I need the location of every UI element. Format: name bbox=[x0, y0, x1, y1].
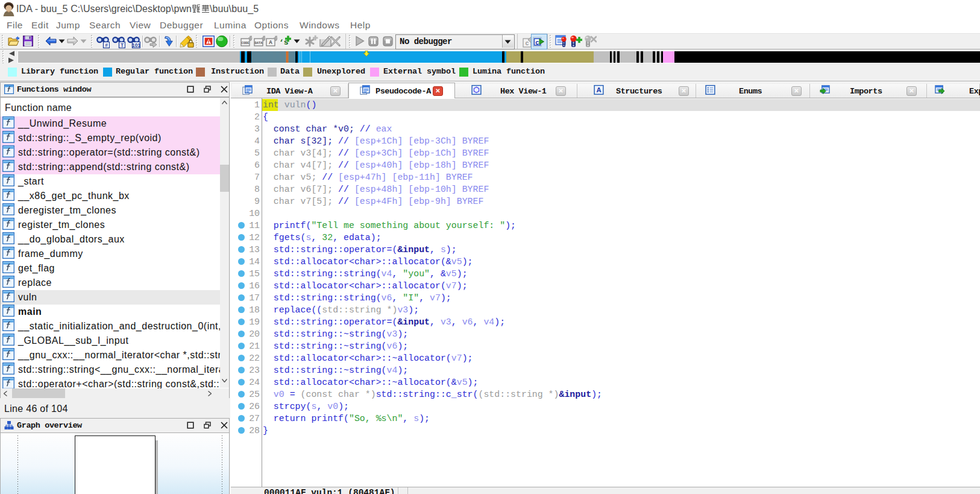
svg-text:A: A bbox=[596, 86, 601, 93]
svg-text:c: c bbox=[525, 40, 529, 47]
svg-text:DATA: DATA bbox=[254, 41, 263, 45]
svg-text:CODE: CODE bbox=[241, 41, 250, 45]
svg-text:c: c bbox=[535, 39, 539, 46]
svg-text:A: A bbox=[269, 40, 272, 46]
